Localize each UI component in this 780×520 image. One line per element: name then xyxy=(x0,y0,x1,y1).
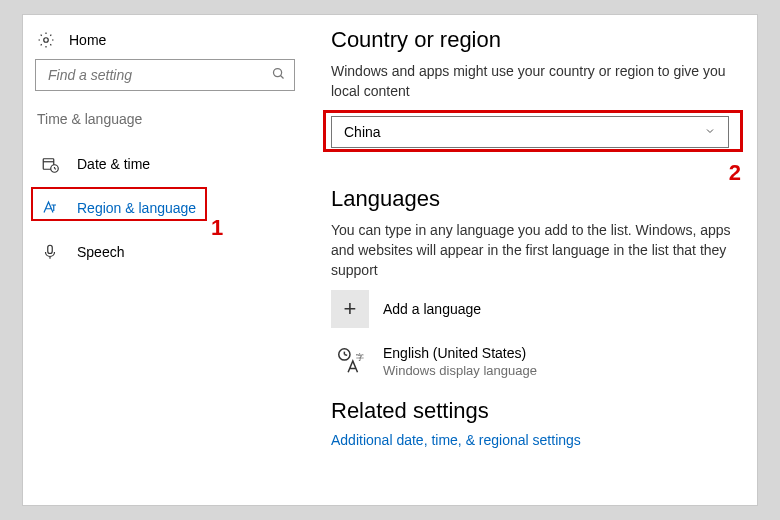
calendar-clock-icon xyxy=(41,155,59,173)
language-item-text: English (United States) Windows display … xyxy=(383,345,537,378)
country-description: Windows and apps might use your country … xyxy=(331,61,737,102)
sidebar: Home Time & language Date & time xyxy=(23,15,307,505)
svg-rect-8 xyxy=(48,245,53,253)
language-name: English (United States) xyxy=(383,345,537,361)
sidebar-item-label: Speech xyxy=(77,244,124,260)
country-heading: Country or region xyxy=(331,27,737,53)
microphone-icon xyxy=(41,243,59,261)
plus-icon: + xyxy=(331,290,369,328)
sidebar-item-region-language[interactable]: Region & language 1 xyxy=(23,189,307,227)
sidebar-item-label: Date & time xyxy=(77,156,150,172)
svg-line-7 xyxy=(55,169,57,170)
search-icon xyxy=(271,66,286,84)
sidebar-item-label: Region & language xyxy=(77,200,196,216)
language-az-icon: 字 xyxy=(331,342,369,380)
search-input[interactable] xyxy=(46,66,271,84)
related-settings-link[interactable]: Additional date, time, & regional settin… xyxy=(331,432,737,448)
settings-window: Home Time & language Date & time xyxy=(22,14,758,506)
language-sub: Windows display language xyxy=(383,363,537,378)
chevron-down-icon xyxy=(704,124,716,140)
country-dropdown[interactable]: China xyxy=(331,116,729,148)
svg-point-0 xyxy=(44,38,49,43)
home-nav[interactable]: Home xyxy=(23,27,307,59)
search-input-wrap[interactable] xyxy=(35,59,295,91)
languages-heading: Languages xyxy=(331,186,737,212)
svg-text:字: 字 xyxy=(356,354,364,363)
svg-line-2 xyxy=(281,76,284,79)
gear-icon xyxy=(37,31,55,49)
svg-line-11 xyxy=(344,355,347,356)
globe-text-icon xyxy=(41,199,59,217)
sidebar-item-speech[interactable]: Speech xyxy=(23,233,307,271)
content-pane: Country or region Windows and apps might… xyxy=(307,15,757,505)
home-label: Home xyxy=(69,32,106,48)
search-container xyxy=(23,59,307,101)
svg-point-1 xyxy=(274,69,282,77)
sidebar-section-label: Time & language xyxy=(23,101,307,145)
sidebar-item-date-time[interactable]: Date & time xyxy=(23,145,307,183)
language-item[interactable]: 字 English (United States) Windows displa… xyxy=(331,342,737,380)
languages-description: You can type in any language you add to … xyxy=(331,220,737,281)
add-language-label: Add a language xyxy=(383,301,481,317)
country-dropdown-value: China xyxy=(344,124,381,140)
related-heading: Related settings xyxy=(331,398,737,424)
add-language-button[interactable]: + Add a language xyxy=(331,290,737,328)
callout-number-2: 2 xyxy=(729,160,741,186)
